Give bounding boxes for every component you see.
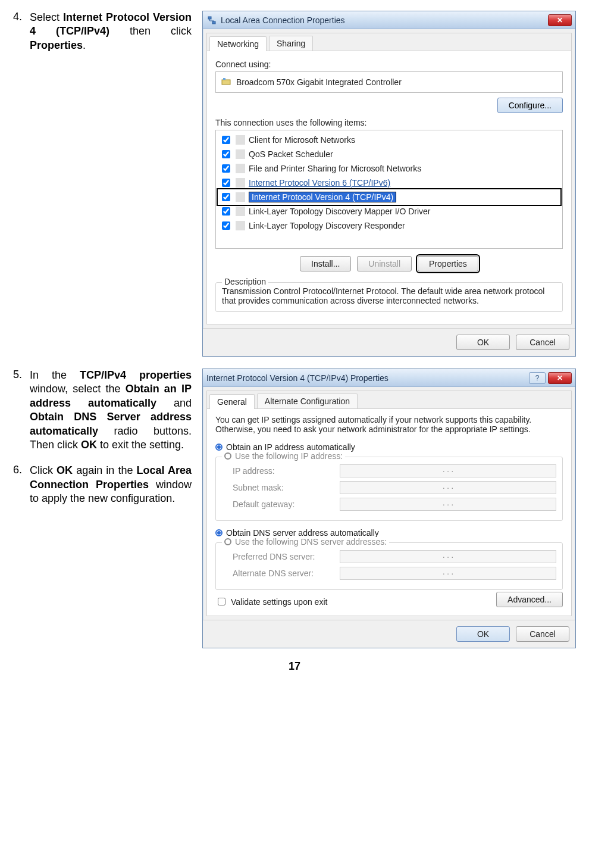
radio-auto-ip[interactable]: Obtain an IP address automatically <box>215 442 563 452</box>
gateway-row: Default gateway: . . . <box>222 498 556 511</box>
uninstall-button: Uninstall <box>357 256 412 271</box>
lan-properties-window: Local Area Connection Properties ✕ Netwo… <box>202 11 576 357</box>
properties-button[interactable]: Properties <box>418 256 478 271</box>
radio-manual-dns[interactable]: Use the following DNS server addresses: <box>222 537 389 547</box>
list-item[interactable]: Internet Protocol Version 6 (TCP/IPv6) <box>218 176 560 190</box>
radio-unchecked-icon <box>224 538 231 545</box>
ip-input: . . . <box>340 464 556 477</box>
step-4: 4. Select Internet Protocol Version 4 (T… <box>13 11 192 52</box>
tab-sharing[interactable]: Sharing <box>269 36 313 51</box>
item-checkbox[interactable] <box>222 193 230 201</box>
connection-items[interactable]: Client for Microsoft Networks QoS Packet… <box>215 130 563 249</box>
item-checkbox[interactable] <box>222 164 230 173</box>
configure-button[interactable]: Configure... <box>497 98 563 113</box>
description-text: Transmission Control Protocol/Internet P… <box>222 286 556 305</box>
qos-icon <box>236 149 245 159</box>
svg-rect-2 <box>222 80 230 85</box>
step-4-num: 4. <box>13 11 30 52</box>
tab-general[interactable]: General <box>209 394 255 409</box>
step-5: 5. In the TCP/IPv4 properties window, se… <box>13 369 192 452</box>
list-item[interactable]: QoS Packet Scheduler <box>218 147 560 161</box>
help-icon[interactable]: ? <box>529 372 546 384</box>
install-button[interactable]: Install... <box>300 256 351 271</box>
adapter-name: Broadcom 570x Gigabit Integrated Control… <box>236 77 402 87</box>
step-6: 6. Click OK again in the Local Area Conn… <box>13 464 192 505</box>
pref-dns-row: Preferred DNS server: . . . <box>222 550 556 563</box>
step-4-text: Select Internet Protocol Version 4 (TCP/… <box>30 11 192 52</box>
list-item[interactable]: Link-Layer Topology Discovery Mapper I/O… <box>218 204 560 218</box>
validate-checkbox[interactable] <box>218 598 225 605</box>
pref-dns-input: . . . <box>340 550 556 563</box>
lan-title: Local Area Connection Properties <box>221 15 546 25</box>
list-item-ipv4[interactable]: Internet Protocol Version 4 (TCP/IPv4) <box>218 190 560 204</box>
item-checkbox[interactable] <box>222 221 230 230</box>
ipv4-intro: You can get IP settings assigned automat… <box>215 415 563 434</box>
client-icon <box>236 135 245 145</box>
radio-auto-dns[interactable]: Obtain DNS server address automatically <box>215 528 563 538</box>
tab-alternate[interactable]: Alternate Configuration <box>257 394 358 408</box>
page-number: 17 <box>13 660 576 673</box>
adapter-box: Broadcom 570x Gigabit Integrated Control… <box>215 71 563 93</box>
item-checkbox[interactable] <box>222 207 230 216</box>
advanced-button[interactable]: Advanced... <box>496 592 563 607</box>
svg-rect-1 <box>212 21 215 24</box>
protocol-icon <box>236 178 245 188</box>
cancel-button[interactable]: Cancel <box>516 335 569 350</box>
connect-using-label: Connect using: <box>215 60 563 69</box>
subnet-input: . . . <box>340 481 556 494</box>
item-checkbox[interactable] <box>222 150 230 158</box>
subnet-row: Subnet mask: . . . <box>222 481 556 494</box>
ipv4-tabs: General Alternate Configuration <box>207 391 571 409</box>
ip-address-row: IP address: . . . <box>222 464 556 477</box>
radio-checked-icon <box>215 529 223 536</box>
protocol-icon <box>236 221 245 230</box>
step-6-text: Click OK again in the Local Area Connect… <box>30 464 192 505</box>
gateway-input: . . . <box>340 498 556 511</box>
description-title: Description <box>222 277 268 286</box>
svg-rect-0 <box>208 17 211 19</box>
ipv4-properties-window: Internet Protocol Version 4 (TCP/IPv4) P… <box>202 369 576 648</box>
items-label: This connection uses the following items… <box>215 118 563 127</box>
lan-titlebar: Local Area Connection Properties ✕ <box>203 11 575 29</box>
cancel-button[interactable]: Cancel <box>516 626 569 642</box>
fileshare-icon <box>236 164 245 173</box>
radio-checked-icon <box>215 444 223 451</box>
ok-button[interactable]: OK <box>456 626 510 642</box>
network-icon <box>206 15 217 26</box>
radio-unchecked-icon <box>224 452 231 460</box>
close-icon[interactable]: ✕ <box>548 14 572 26</box>
step-5-text: In the TCP/IPv4 properties window, selec… <box>30 369 192 452</box>
ipv4-titlebar: Internet Protocol Version 4 (TCP/IPv4) P… <box>203 369 575 387</box>
adapter-icon <box>221 76 231 89</box>
ok-button[interactable]: OK <box>456 335 510 350</box>
svg-rect-3 <box>223 78 225 80</box>
protocol-icon <box>236 192 245 202</box>
step-6-num: 6. <box>13 464 30 505</box>
radio-manual-ip[interactable]: Use the following IP address: <box>222 451 345 461</box>
list-item[interactable]: Link-Layer Topology Discovery Responder <box>218 218 560 233</box>
item-checkbox[interactable] <box>222 179 230 187</box>
close-icon[interactable]: ✕ <box>548 372 572 384</box>
step-5-num: 5. <box>13 369 30 452</box>
list-item[interactable]: File and Printer Sharing for Microsoft N… <box>218 161 560 176</box>
ipv4-title: Internet Protocol Version 4 (TCP/IPv4) P… <box>206 373 527 383</box>
alt-dns-row: Alternate DNS server: . . . <box>222 567 556 580</box>
protocol-icon <box>236 207 245 216</box>
item-checkbox[interactable] <box>222 136 230 144</box>
alt-dns-input: . . . <box>340 567 556 580</box>
tab-networking[interactable]: Networking <box>209 36 267 51</box>
lan-tabs: Networking Sharing <box>207 33 571 51</box>
list-item[interactable]: Client for Microsoft Networks <box>218 133 560 147</box>
